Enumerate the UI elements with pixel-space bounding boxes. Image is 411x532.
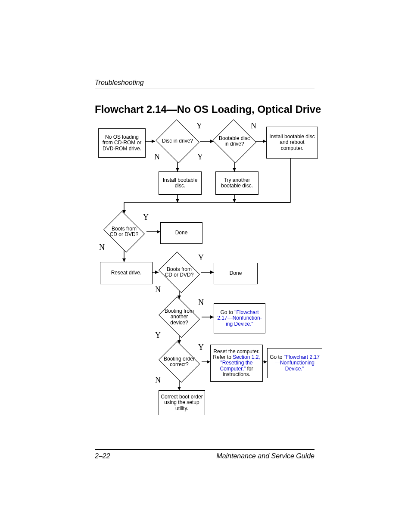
node-bootable-in-drive: Bootable disc in drive? bbox=[212, 121, 257, 162]
header-rule bbox=[95, 88, 314, 88]
node-goto-17b: Go to "Flowchart 2.17—Nonfunctioning Dev… bbox=[267, 348, 322, 378]
page-number: 2–22 bbox=[95, 452, 110, 460]
svg-marker-34 bbox=[264, 360, 267, 364]
svg-marker-28 bbox=[210, 315, 214, 319]
svg-marker-7 bbox=[176, 168, 179, 171]
node-install-reboot: Install bootable disc and reboot compute… bbox=[266, 127, 318, 159]
node-done-2: Done bbox=[214, 263, 258, 284]
svg-marker-20 bbox=[122, 258, 126, 262]
svg-marker-1 bbox=[152, 140, 155, 143]
flowchart: No OS loading from CD-ROM or DVD-ROM dri… bbox=[95, 121, 323, 444]
node-disc-in-drive: Disc in drive? bbox=[155, 121, 200, 162]
node-another-device: Booting from another device? bbox=[157, 299, 202, 335]
node-boots-1: Boots from CD or DVD? bbox=[102, 214, 146, 250]
footer-rule bbox=[95, 449, 314, 450]
node-try-another: Try another bootable disc. bbox=[215, 171, 258, 195]
svg-marker-32 bbox=[207, 360, 210, 364]
node-done-1: Done bbox=[160, 222, 202, 244]
footer-guide: Maintenance and Service Guide bbox=[216, 452, 314, 460]
running-header: Troubleshooting bbox=[95, 79, 144, 87]
node-order-correct: Booting order correct? bbox=[157, 344, 202, 380]
svg-marker-5 bbox=[263, 140, 266, 143]
svg-marker-24 bbox=[210, 271, 214, 274]
node-goto-17a: Go to "Flowchart 2.17—Nonfunction- ing D… bbox=[214, 303, 265, 333]
svg-marker-9 bbox=[233, 168, 236, 171]
page-title: Flowchart 2.14—No OS Loading, Optical Dr… bbox=[95, 103, 321, 115]
node-start: No OS loading from CD-ROM or DVD-ROM dri… bbox=[98, 128, 146, 158]
node-correct-boot: Correct boot order using the setup utili… bbox=[159, 390, 205, 415]
node-boots-2: Boots from CD or DVD? bbox=[157, 254, 202, 290]
node-reseat: Reseat drive. bbox=[100, 262, 153, 284]
svg-marker-11 bbox=[176, 199, 179, 202]
page: Troubleshooting Flowchart 2.14—No OS Loa… bbox=[0, 0, 411, 532]
svg-marker-36 bbox=[177, 387, 181, 390]
node-reset: Reset the computer. Refer to Section 1.2… bbox=[210, 345, 263, 382]
svg-marker-18 bbox=[157, 230, 160, 233]
svg-marker-13 bbox=[233, 199, 236, 202]
node-install-disc: Install bootable disc. bbox=[159, 171, 202, 195]
